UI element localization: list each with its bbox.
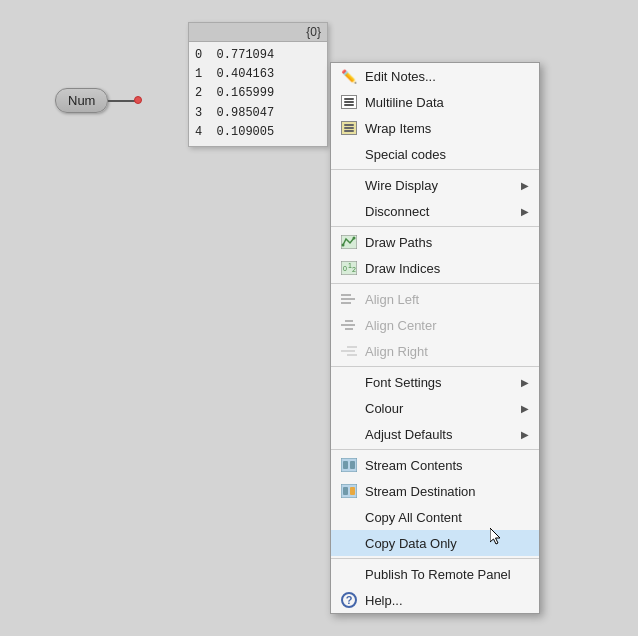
align-right-icon — [339, 342, 359, 360]
num-node[interactable]: Num — [55, 88, 138, 113]
data-panel-header: {0} — [189, 23, 327, 42]
menu-item-align-left: Align Left — [331, 286, 539, 312]
menu-item-help[interactable]: ? Help... — [331, 587, 539, 613]
wire-connector — [108, 100, 138, 102]
menu-divider — [331, 226, 539, 227]
svg-rect-8 — [343, 461, 348, 469]
menu-label-multiline-data: Multiline Data — [365, 95, 529, 110]
menu-label-edit-notes: Edit Notes... — [365, 69, 529, 84]
menu-item-disconnect[interactable]: Disconnect ▶ — [331, 198, 539, 224]
menu-item-colour[interactable]: Colour ▶ — [331, 395, 539, 421]
menu-item-multiline-data[interactable]: Multiline Data — [331, 89, 539, 115]
arrow-icon: ▶ — [521, 377, 529, 388]
no-icon — [339, 508, 359, 526]
menu-label-align-left: Align Left — [365, 292, 529, 307]
menu-divider — [331, 558, 539, 559]
pencil-icon: ✏️ — [339, 67, 359, 85]
menu-item-wrap-items[interactable]: Wrap Items — [331, 115, 539, 141]
menu-label-draw-indices: Draw Indices — [365, 261, 529, 276]
data-row: 4 0.109005 — [195, 123, 321, 142]
stream-destination-icon — [339, 482, 359, 500]
menu-item-align-center: Align Center — [331, 312, 539, 338]
menu-divider — [331, 283, 539, 284]
menu-divider — [331, 366, 539, 367]
menu-item-stream-destination[interactable]: Stream Destination — [331, 478, 539, 504]
align-center-icon — [339, 316, 359, 334]
no-icon — [339, 425, 359, 443]
arrow-icon: ▶ — [521, 403, 529, 414]
menu-label-draw-paths: Draw Paths — [365, 235, 529, 250]
menu-label-help: Help... — [365, 593, 529, 608]
menu-item-draw-paths[interactable]: Draw Paths — [331, 229, 539, 255]
arrow-icon: ▶ — [521, 180, 529, 191]
menu-label-colour: Colour — [365, 401, 517, 416]
menu-label-align-center: Align Center — [365, 318, 529, 333]
no-icon — [339, 534, 359, 552]
data-panel: {0} 0 0.771094 1 0.404163 2 0.165999 3 0… — [188, 22, 328, 147]
menu-label-publish-remote: Publish To Remote Panel — [365, 567, 529, 582]
menu-item-font-settings[interactable]: Font Settings ▶ — [331, 369, 539, 395]
menu-label-align-right: Align Right — [365, 344, 529, 359]
menu-item-align-right: Align Right — [331, 338, 539, 364]
svg-rect-9 — [350, 461, 355, 469]
context-menu: ✏️ Edit Notes... Multiline Data Wrap Ite… — [330, 62, 540, 614]
menu-item-adjust-defaults[interactable]: Adjust Defaults ▶ — [331, 421, 539, 447]
menu-label-wire-display: Wire Display — [365, 178, 517, 193]
svg-point-2 — [353, 237, 356, 240]
menu-item-edit-notes[interactable]: ✏️ Edit Notes... — [331, 63, 539, 89]
draw-indices-icon: 0 1 2 — [339, 259, 359, 277]
menu-label-copy-all-content: Copy All Content — [365, 510, 529, 525]
svg-text:2: 2 — [352, 266, 356, 273]
stream-contents-icon — [339, 456, 359, 474]
menu-label-copy-data-only: Copy Data Only — [365, 536, 529, 551]
menu-item-stream-contents[interactable]: Stream Contents — [331, 452, 539, 478]
no-icon — [339, 202, 359, 220]
wire-dot — [134, 96, 142, 104]
no-icon — [339, 373, 359, 391]
no-icon — [339, 176, 359, 194]
menu-label-disconnect: Disconnect — [365, 204, 517, 219]
num-label: Num — [55, 88, 108, 113]
help-icon: ? — [339, 591, 359, 609]
menu-item-wire-display[interactable]: Wire Display ▶ — [331, 172, 539, 198]
menu-item-publish-remote[interactable]: Publish To Remote Panel — [331, 561, 539, 587]
svg-rect-11 — [343, 487, 348, 495]
canvas: Num {0} 0 0.771094 1 0.404163 2 0.165999… — [0, 0, 638, 636]
no-icon — [339, 399, 359, 417]
arrow-icon: ▶ — [521, 206, 529, 217]
menu-divider — [331, 169, 539, 170]
data-panel-body: 0 0.771094 1 0.404163 2 0.165999 3 0.985… — [189, 42, 327, 146]
no-icon — [339, 145, 359, 163]
menu-label-stream-contents: Stream Contents — [365, 458, 529, 473]
data-row: 3 0.985047 — [195, 104, 321, 123]
menu-item-copy-data-only[interactable]: Copy Data Only — [331, 530, 539, 556]
data-row: 2 0.165999 — [195, 84, 321, 103]
menu-label-font-settings: Font Settings — [365, 375, 517, 390]
menu-divider — [331, 449, 539, 450]
menu-label-adjust-defaults: Adjust Defaults — [365, 427, 517, 442]
menu-label-special-codes: Special codes — [365, 147, 529, 162]
draw-paths-icon — [339, 233, 359, 251]
no-icon — [339, 565, 359, 583]
svg-rect-12 — [350, 487, 355, 495]
svg-point-1 — [342, 244, 345, 247]
svg-text:0: 0 — [343, 265, 347, 272]
arrow-icon: ▶ — [521, 429, 529, 440]
data-row: 0 0.771094 — [195, 46, 321, 65]
menu-item-copy-all-content[interactable]: Copy All Content — [331, 504, 539, 530]
align-left-icon — [339, 290, 359, 308]
wrap-icon — [339, 119, 359, 137]
menu-label-wrap-items: Wrap Items — [365, 121, 529, 136]
menu-item-draw-indices[interactable]: 0 1 2 Draw Indices — [331, 255, 539, 281]
menu-label-stream-destination: Stream Destination — [365, 484, 529, 499]
multiline-icon — [339, 93, 359, 111]
data-row: 1 0.404163 — [195, 65, 321, 84]
menu-item-special-codes[interactable]: Special codes — [331, 141, 539, 167]
